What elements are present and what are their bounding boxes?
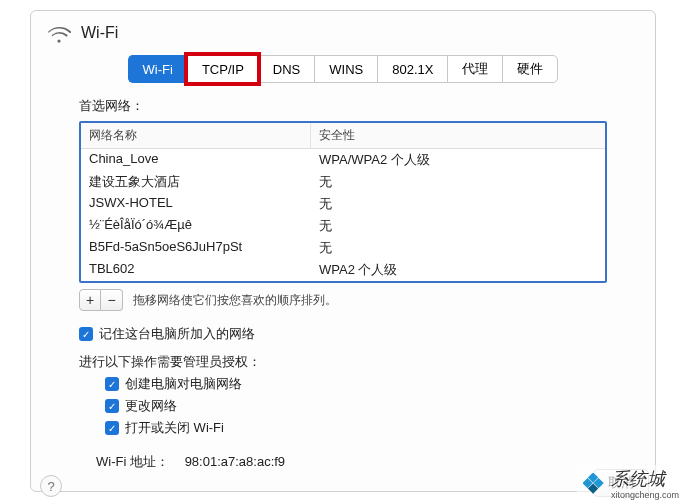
tab-proxy[interactable]: 代理 (447, 55, 502, 83)
cell-network-name: B5Fd-5aSn5oeS6JuH7pSt (89, 239, 319, 257)
admin-check-change[interactable]: ✓ (105, 399, 119, 413)
remember-checkbox[interactable]: ✓ (79, 327, 93, 341)
table-row[interactable]: TBL602 WPA2 个人级 (81, 259, 605, 281)
col-network-name[interactable]: 网络名称 (81, 123, 311, 148)
tab-wins[interactable]: WINS (314, 55, 377, 83)
admin-auth-label: 进行以下操作需要管理员授权： (79, 353, 607, 371)
cell-security: WPA/WPA2 个人级 (319, 151, 597, 169)
remember-label: 记住这台电脑所加入的网络 (99, 325, 255, 343)
admin-item-label: 打开或关闭 Wi-Fi (125, 419, 224, 437)
cell-security: 无 (319, 173, 597, 191)
tab-wifi[interactable]: Wi-Fi (128, 55, 187, 83)
tab-8021x[interactable]: 802.1X (377, 55, 447, 83)
tab-hardware[interactable]: 硬件 (502, 55, 558, 83)
wifi-icon (47, 23, 71, 43)
cell-security: 无 (319, 195, 597, 213)
admin-item-label: 创建电脑对电脑网络 (125, 375, 242, 393)
watermark-sub: xitongcheng.com (611, 491, 679, 500)
table-row[interactable]: JSWX-HOTEL 无 (81, 193, 605, 215)
table-row[interactable]: China_Love WPA/WPA2 个人级 (81, 149, 605, 171)
diamond-icon (583, 473, 605, 495)
watermark: 系统城 xitongcheng.com (577, 465, 685, 502)
tab-dns[interactable]: DNS (258, 55, 314, 83)
cell-network-name: 建设五象大酒店 (89, 173, 319, 191)
cell-security: 无 (319, 239, 597, 257)
mac-value: 98:01:a7:a8:ac:f9 (185, 454, 285, 469)
network-table[interactable]: 网络名称 安全性 China_Love WPA/WPA2 个人级 建设五象大酒店… (79, 121, 607, 283)
col-security[interactable]: 安全性 (311, 123, 605, 148)
cell-security: 无 (319, 217, 597, 235)
remove-network-button[interactable]: − (101, 289, 123, 311)
cell-network-name: China_Love (89, 151, 319, 169)
table-row[interactable]: 建设五象大酒店 无 (81, 171, 605, 193)
preferred-networks-label: 首选网络： (79, 97, 607, 115)
help-button[interactable]: ? (40, 475, 62, 497)
tab-tcpip[interactable]: TCP/IP (187, 55, 258, 83)
admin-check-toggle[interactable]: ✓ (105, 421, 119, 435)
cell-network-name: TBL602 (89, 261, 319, 279)
table-row[interactable]: ½¨ÉèÎåÏó´ó¾Æµê 无 (81, 215, 605, 237)
admin-check-create[interactable]: ✓ (105, 377, 119, 391)
cell-network-name: ½¨ÉèÎåÏó´ó¾Æµê (89, 217, 319, 235)
admin-item-label: 更改网络 (125, 397, 177, 415)
add-network-button[interactable]: + (79, 289, 101, 311)
cell-network-name: JSWX-HOTEL (89, 195, 319, 213)
mac-label: Wi-Fi 地址： (79, 453, 169, 471)
table-row[interactable]: B5Fd-5aSn5oeS6JuH7pSt 无 (81, 237, 605, 259)
drag-hint: 拖移网络使它们按您喜欢的顺序排列。 (133, 292, 337, 309)
watermark-text: 系统城 (611, 469, 665, 489)
cell-security: WPA2 个人级 (319, 261, 597, 279)
tab-bar: Wi-Fi TCP/IP DNS WINS 802.1X 代理 硬件 (31, 55, 655, 83)
page-title: Wi-Fi (81, 24, 118, 42)
